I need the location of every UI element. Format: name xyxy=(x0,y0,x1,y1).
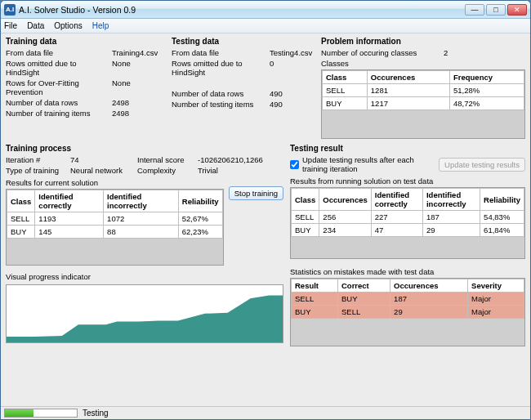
trdata-rows-value: 2498 xyxy=(112,98,161,107)
mistakes-table[interactable]: Result Correct Occurences Severity SELL … xyxy=(291,279,524,319)
cell: 47 xyxy=(371,224,422,237)
classes-th-class[interactable]: Class xyxy=(323,71,368,84)
tedata-hindsight-value: 0 xyxy=(270,59,310,77)
cell: SELL xyxy=(292,211,319,224)
testing-results-table[interactable]: Class Occurences Identified correctly Id… xyxy=(291,188,524,237)
status-progress xyxy=(4,409,78,418)
cell: 187 xyxy=(390,293,468,306)
trdata-file-value: Training4.csv xyxy=(112,48,161,57)
te-th-idinc[interactable]: Identified incorrectly xyxy=(422,189,480,211)
menubar: File Data Options Help xyxy=(1,19,530,34)
cell: BUY xyxy=(7,226,35,239)
table-row[interactable]: BUY 1217 48,72% xyxy=(323,97,524,110)
table-row[interactable]: SELL 1281 51,28% xyxy=(323,84,524,97)
cell: BUY xyxy=(338,293,390,306)
table-row[interactable]: BUY 234 47 29 61,84% xyxy=(292,224,524,237)
app-icon: A.I xyxy=(4,4,16,16)
menu-help[interactable]: Help xyxy=(92,21,109,30)
trdata-file-label: From data file xyxy=(6,48,112,57)
testing-data-title: Testing data xyxy=(172,37,315,46)
trtype-value: Neural network xyxy=(70,166,134,175)
table-row[interactable]: SELL BUY 187 Major xyxy=(292,293,524,306)
tr-th-idc[interactable]: Identified correctly xyxy=(35,190,104,212)
trdata-overfit-value: None xyxy=(112,78,161,96)
tedata-file-label: From data file xyxy=(172,48,270,57)
cell: 234 xyxy=(319,224,371,237)
training-process-title: Training process xyxy=(6,144,283,153)
cell: BUY xyxy=(323,97,368,110)
iteration-value: 74 xyxy=(70,155,134,164)
probinfo-occ-value: 2 xyxy=(444,48,493,57)
stop-training-button[interactable]: Stop training xyxy=(229,186,283,200)
table-row[interactable]: BUY 145 88 62,23% xyxy=(7,226,223,239)
close-button[interactable]: ✕ xyxy=(507,4,527,16)
te-th-idc[interactable]: Identified correctly xyxy=(371,189,422,211)
classes-th-freq[interactable]: Frequency xyxy=(449,71,524,84)
update-testing-results-button[interactable]: Update testing results xyxy=(439,158,525,172)
cell: 187 xyxy=(422,211,480,224)
classes-table[interactable]: Class Occurences Frequency SELL 1281 51,… xyxy=(322,70,524,110)
update-each-iter-checkbox[interactable] xyxy=(290,160,299,169)
cell: 145 xyxy=(35,226,104,239)
trdata-items-value: 2498 xyxy=(112,109,161,118)
titlebar[interactable]: A.I A.I. Solver Studio - Version 0.9 — □… xyxy=(1,1,530,19)
probinfo-occ-label: Number of occuring classes xyxy=(321,48,444,57)
cell: 1217 xyxy=(367,97,449,110)
cell: 51,28% xyxy=(449,84,524,97)
app-window: A.I A.I. Solver Studio - Version 0.9 — □… xyxy=(0,0,531,420)
cell: 62,23% xyxy=(178,226,222,239)
tedata-rows-label: Number of data rows xyxy=(172,89,270,98)
update-each-iter-label: Update testing results after each traini… xyxy=(302,155,435,173)
cell: 1072 xyxy=(104,212,179,226)
te-th-occ[interactable]: Occurences xyxy=(319,189,371,211)
problem-info-section: Problem information Number of occuring c… xyxy=(321,37,525,139)
m-th-result[interactable]: Result xyxy=(292,279,338,293)
cell: SELL xyxy=(292,293,338,306)
table-row[interactable]: BUY SELL 29 Major xyxy=(292,306,524,319)
cell: BUY xyxy=(292,306,338,319)
tedata-hindsight-label: Rows omitted due to HindSight xyxy=(172,59,270,77)
cell: BUY xyxy=(292,224,319,237)
m-th-sev[interactable]: Severity xyxy=(468,279,524,293)
testing-results-table-wrap: Class Occurences Identified correctly Id… xyxy=(290,187,525,259)
cell: 29 xyxy=(422,224,480,237)
m-th-occ[interactable]: Occurences xyxy=(390,279,468,293)
tedata-rows-value: 490 xyxy=(270,89,310,98)
cell: 61,84% xyxy=(480,224,524,237)
training-results-table-wrap: Class Identified correctly Identified in… xyxy=(6,189,224,266)
complexity-value: Trivial xyxy=(198,166,283,175)
probinfo-classes-sublabel: Classes xyxy=(321,59,525,68)
training-data-section: Training data From data fileTraining4.cs… xyxy=(6,37,165,139)
trdata-overfit-label: Rows for Over-Fitting Prevention xyxy=(6,78,112,96)
cell: 52,67% xyxy=(178,212,222,226)
content-area: Training data From data fileTraining4.cs… xyxy=(1,34,530,406)
trdata-hindsight-value: None xyxy=(112,59,161,77)
statusbar: Testing xyxy=(1,406,530,419)
cell: 256 xyxy=(319,211,371,224)
problem-info-title: Problem information xyxy=(321,37,525,46)
run-results-label: Results from running solution on test da… xyxy=(290,176,525,185)
table-row[interactable]: SELL 256 227 187 54,83% xyxy=(292,211,524,224)
tr-th-idinc[interactable]: Identified incorrectly xyxy=(104,190,179,212)
cell: 1193 xyxy=(35,212,104,226)
menu-options[interactable]: Options xyxy=(54,21,82,30)
m-th-correct[interactable]: Correct xyxy=(338,279,390,293)
mistakes-label: Statistics on mistakes made with test da… xyxy=(290,267,525,276)
maximize-button[interactable]: □ xyxy=(486,4,506,16)
cell: 48,72% xyxy=(449,97,524,110)
tr-th-class[interactable]: Class xyxy=(7,190,35,212)
training-results-table[interactable]: Class Identified correctly Identified in… xyxy=(7,190,223,239)
menu-data[interactable]: Data xyxy=(27,21,44,30)
classes-th-occ[interactable]: Occurences xyxy=(367,71,449,84)
tr-th-rel[interactable]: Reliability xyxy=(178,190,222,212)
cell: SELL xyxy=(323,84,368,97)
te-th-rel[interactable]: Reliability xyxy=(480,189,524,211)
cell: SELL xyxy=(338,306,390,319)
minimize-button[interactable]: — xyxy=(465,4,484,16)
current-results-label: Results for current solution xyxy=(6,178,224,187)
te-th-class[interactable]: Class xyxy=(292,189,319,211)
trdata-hindsight-label: Rows omitted due to HindSight xyxy=(6,59,112,77)
menu-file[interactable]: File xyxy=(4,21,17,30)
iscore-label: Internal score xyxy=(137,155,194,164)
table-row[interactable]: SELL 1193 1072 52,67% xyxy=(7,212,223,226)
